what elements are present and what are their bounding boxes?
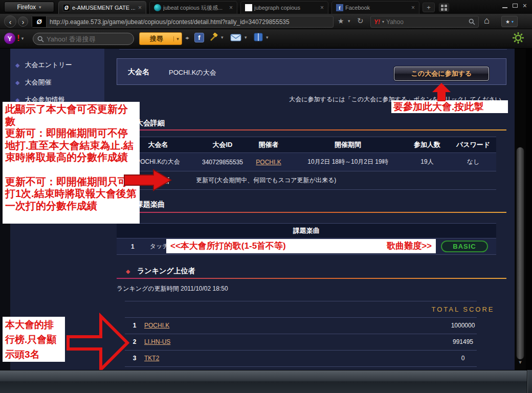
search-engine-dropdown-icon[interactable]: ▾ bbox=[382, 19, 384, 24]
divider bbox=[125, 334, 477, 334]
close-icon[interactable]: × bbox=[523, 3, 527, 9]
bookmarks-book-icon[interactable] bbox=[254, 33, 263, 41]
toolbar-collapse-icon[interactable]: ◂▸ bbox=[185, 35, 188, 40]
taskbar bbox=[0, 370, 532, 393]
chevron-down-icon[interactable]: ▾ bbox=[245, 35, 247, 40]
magnifier-icon bbox=[37, 36, 44, 42]
site-favicon-icon: Ø bbox=[32, 16, 47, 27]
section-divider bbox=[117, 212, 506, 213]
contest-id-cell: 340729855535 bbox=[199, 159, 246, 166]
songs-section-title: 課題楽曲 bbox=[136, 200, 165, 209]
yahoo-toolbar-logo[interactable]: Y ! ▾ bbox=[4, 33, 24, 44]
player-link[interactable]: TKT2 bbox=[144, 355, 159, 362]
details-table-header: 大会名 大会ID 開催者 開催期間 参加人数 パスワード bbox=[117, 137, 496, 153]
chevron-down-icon[interactable]: ▾ bbox=[266, 35, 269, 40]
difficulty-label: BASIC bbox=[453, 243, 476, 250]
reload-icon[interactable]: ↻ bbox=[357, 16, 364, 26]
show-desktop-button[interactable] bbox=[527, 370, 532, 393]
minimize-icon[interactable] bbox=[502, 7, 507, 8]
forward-button[interactable]: › bbox=[18, 16, 28, 27]
back-button[interactable]: ‹ bbox=[4, 15, 16, 28]
facebook-favicon-icon: f bbox=[336, 4, 343, 11]
period-cell: 10月2日 18時～10月2日 19時 bbox=[292, 158, 404, 166]
window-controls: × bbox=[502, 3, 527, 9]
tab-groups-button[interactable] bbox=[439, 3, 449, 12]
chevron-down-icon: ▾ bbox=[512, 19, 514, 24]
player-score: 1000000 bbox=[430, 322, 496, 329]
mail-icon[interactable] bbox=[230, 34, 241, 41]
bookmarks-panel-button[interactable]: ★ ▾ bbox=[501, 16, 518, 27]
bookmarks-star-icon: ★ bbox=[505, 19, 510, 25]
magnifier-icon bbox=[469, 18, 475, 25]
restore-icon[interactable] bbox=[513, 4, 518, 8]
tab-facebook[interactable]: f Facebook × bbox=[331, 1, 419, 14]
yahoo-search-button[interactable]: 搜尋 ▾ bbox=[139, 32, 182, 45]
section-divider bbox=[117, 278, 506, 279]
password-cell: なし bbox=[450, 158, 496, 166]
players-cell: 19人 bbox=[404, 158, 450, 166]
url-dropdown-icon[interactable]: ▾ bbox=[348, 18, 350, 24]
songs-table-header: 課題楽曲 bbox=[117, 223, 496, 238]
scrollbar-thumb[interactable] bbox=[516, 147, 524, 360]
firefox-menu-label: Firefox bbox=[17, 4, 36, 11]
close-tab-icon[interactable]: × bbox=[319, 4, 325, 11]
sidebar-item-entry[interactable]: ◆ 大会エントリー bbox=[15, 60, 72, 70]
search-input[interactable] bbox=[386, 18, 467, 26]
scrollbar-down-icon[interactable]: ▼ bbox=[516, 360, 525, 365]
annotation-song-note-left: <<本大會所打的歌(1-5首不等) bbox=[170, 241, 286, 251]
chevron-down-icon: ▾ bbox=[39, 5, 41, 10]
host-link[interactable]: POCHI.K bbox=[256, 159, 281, 166]
sidebar-item-open[interactable]: ◆ 大会開催 bbox=[15, 77, 51, 88]
settings-gear-icon[interactable] bbox=[513, 32, 524, 43]
sidebar-item-label: 大会エントリー bbox=[25, 60, 72, 70]
eagate-favicon-icon: Ø bbox=[63, 4, 70, 11]
player-link[interactable]: POCHI.K bbox=[144, 322, 169, 329]
close-tab-icon[interactable]: × bbox=[228, 4, 234, 11]
jubegraph-favicon-icon bbox=[245, 4, 252, 11]
auction-gavel-icon[interactable] bbox=[209, 33, 219, 42]
close-tab-icon[interactable]: × bbox=[137, 4, 143, 11]
tab-title: Facebook bbox=[345, 5, 408, 11]
songs-header-label: 課題楽曲 bbox=[293, 226, 320, 235]
yahoo-logo-icon: Y! bbox=[374, 18, 380, 26]
url-bar[interactable]: Ø bbox=[32, 16, 334, 28]
url-input[interactable] bbox=[47, 18, 333, 26]
yahoo-search-field[interactable] bbox=[33, 33, 134, 45]
column-header: 参加人数 bbox=[404, 140, 450, 149]
section-divider bbox=[117, 129, 506, 130]
yahoo-y-icon: Y bbox=[4, 33, 15, 44]
window-right-edge bbox=[526, 49, 532, 370]
home-icon[interactable]: ⌂ bbox=[484, 15, 490, 26]
divider bbox=[119, 49, 507, 50]
tab-jubeat[interactable]: jubeat copious 玩後感... × bbox=[149, 1, 237, 14]
facebook-icon[interactable]: f bbox=[194, 33, 204, 42]
details-section-title: 大会詳細 bbox=[136, 119, 165, 128]
tab-eagate[interactable]: Ø e-AMUSEMENT GATE ... × bbox=[58, 1, 146, 14]
yahoo-search-input[interactable] bbox=[47, 35, 129, 43]
score-update-value: 更新可(大会期間中、何回でもスコア更新が出来る) bbox=[196, 176, 336, 185]
firefox-menu-button[interactable]: Firefox ▾ bbox=[4, 2, 54, 12]
yahoo-bang-icon: ! bbox=[17, 33, 20, 43]
diamond-icon: ◆ bbox=[15, 62, 19, 69]
search-bar[interactable]: Y! ▾ bbox=[370, 16, 479, 28]
chevron-down-icon[interactable]: ▾ bbox=[221, 35, 224, 40]
player-link[interactable]: LI.HN-US bbox=[144, 338, 170, 345]
join-contest-button[interactable]: この大会に参加する bbox=[394, 67, 489, 81]
bookmark-star-icon[interactable]: ★ bbox=[338, 17, 344, 25]
annotation-score-update-note: 此顯示了本大會可否更新分數 更新可：即開催期間可不停地打.直至本大會結束為止.結… bbox=[3, 102, 140, 224]
close-tab-icon[interactable]: × bbox=[410, 4, 416, 11]
player-score: 0 bbox=[430, 355, 496, 362]
annotation-arrow-up-icon bbox=[431, 82, 453, 102]
column-header: 開催期間 bbox=[292, 140, 404, 149]
chevron-down-icon: ▾ bbox=[21, 36, 24, 41]
chevron-down-icon[interactable]: ▾ bbox=[173, 36, 182, 41]
column-header: 開催者 bbox=[246, 140, 292, 149]
contest-name-label: 大会名 bbox=[128, 68, 149, 77]
total-score-header: TOTAL SCORE bbox=[430, 305, 496, 313]
tab-jubegraph[interactable]: jubegraph copious × bbox=[240, 1, 328, 14]
ranking-updated-text: ランキングの更新時間 2011/10/02 18:50 bbox=[117, 285, 228, 293]
sidebar-item-label: 大会開催 bbox=[25, 78, 51, 87]
new-tab-button[interactable]: + bbox=[423, 3, 435, 12]
rank-number: 3 bbox=[130, 355, 139, 362]
rank-number: 2 bbox=[130, 338, 139, 345]
